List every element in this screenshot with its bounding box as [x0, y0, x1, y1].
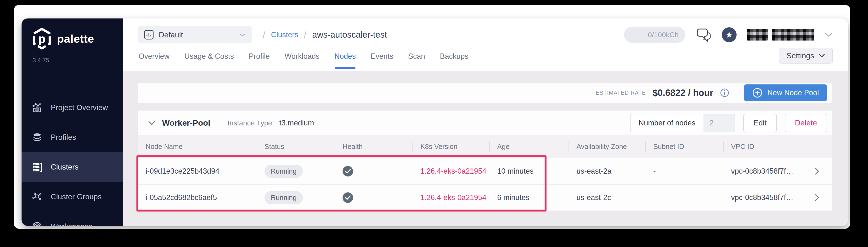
column-header: Age	[489, 141, 568, 152]
top-bar: Default / Clusters / aws-autoscaler-test…	[123, 19, 848, 48]
chevron-down-icon	[239, 33, 246, 37]
breadcrumb-separator: /	[304, 30, 306, 40]
sidebar-item-cluster-groups[interactable]: Cluster Groups	[22, 182, 123, 212]
chat-icon[interactable]	[696, 28, 711, 42]
health-check-icon	[343, 192, 353, 203]
cell-k8s-version: 1.26.4-eks-0a21954	[412, 167, 489, 175]
settings-button-label: Settings	[786, 51, 814, 60]
tab[interactable]: Scan	[408, 48, 425, 65]
tab[interactable]: Overview	[138, 48, 169, 65]
tabs: Overview Usage & Costs Profile Workloads	[138, 48, 468, 71]
column-header: Health	[335, 141, 412, 152]
user-menu-chevron-icon[interactable]	[825, 32, 833, 37]
tab[interactable]: Events	[371, 48, 393, 65]
top-bar-right: 0/100kCh ★	[624, 27, 833, 43]
tab[interactable]: Usage & Costs	[184, 48, 234, 65]
column-header: Node Name	[137, 141, 257, 152]
svg-text:p: p	[38, 32, 45, 46]
sidebar-item-label: Clusters	[51, 163, 79, 171]
app-window: p palette 3.4.75 Project Overview Profil…	[22, 19, 848, 226]
number-of-nodes-control: Number of nodes 2	[630, 114, 735, 132]
tab-label: Workloads	[285, 52, 319, 61]
table-row[interactable]: i-09d1e3ce225b43d94 Running 1.26.4-eks-0…	[137, 158, 832, 184]
cell-k8s-version: 1.26.4-eks-0a21954	[412, 193, 489, 202]
pool-name: Worker-Pool	[162, 118, 210, 128]
layers-icon	[32, 132, 42, 143]
chevron-down-icon	[818, 53, 825, 58]
logo-text: palette	[57, 32, 94, 45]
settings-button[interactable]: Settings	[779, 48, 833, 63]
cell-node-name: i-09d1e3ce225b43d94	[137, 167, 257, 175]
cell-vpc-id: vpc-0c8b3458f7f…	[723, 193, 801, 202]
edit-button[interactable]: Edit	[743, 114, 777, 132]
cell-node-name: i-05a52cd682bc6aef5	[137, 193, 257, 202]
breadcrumb-current: aws-autoscaler-test	[312, 30, 387, 40]
sidebar-item-workspaces[interactable]: Workspaces	[22, 212, 123, 226]
plus-circle-icon	[752, 87, 763, 98]
sidebar-item-label: Cluster Groups	[51, 193, 102, 201]
status-badge: Running	[265, 165, 303, 178]
tab[interactable]: Backups	[440, 48, 468, 65]
cell-status: Running	[257, 191, 335, 204]
info-icon[interactable]	[720, 88, 729, 98]
cell-subnet-id: -	[645, 193, 723, 202]
tab[interactable]: Workloads	[285, 48, 319, 65]
row-expand-chevron-icon[interactable]	[801, 167, 832, 175]
sidebar-item-clusters[interactable]: Clusters	[22, 152, 123, 182]
sidebar-nav: Project Overview Profiles Clusters	[22, 93, 123, 226]
app-version: 3.4.75	[22, 50, 123, 64]
tab-label: Usage & Costs	[184, 52, 234, 61]
number-of-nodes-input[interactable]: 2	[704, 114, 735, 132]
tab-label: Profile	[249, 52, 270, 61]
status-badge: Running	[265, 191, 303, 204]
pool-actions: Number of nodes 2 Edit Delete	[630, 114, 827, 132]
column-header-actions	[801, 141, 832, 152]
worker-pool-header: Worker-Pool Instance Type: t3.medium Num…	[137, 111, 832, 135]
column-header: Status	[257, 141, 335, 152]
sidebar-item-project-overview[interactable]: Project Overview	[22, 93, 123, 122]
delete-button[interactable]: Delete	[785, 114, 827, 132]
health-check-icon	[343, 166, 353, 176]
cell-subnet-id: -	[645, 167, 723, 175]
row-expand-chevron-icon[interactable]	[801, 194, 832, 202]
network-icon	[32, 191, 42, 202]
breadcrumb-clusters-link[interactable]: Clusters	[271, 30, 298, 39]
cell-vpc-id: vpc-0c8b3458f7f…	[723, 167, 801, 175]
star-badge-icon[interactable]: ★	[722, 27, 737, 42]
usage-quota-pill: 0/100kCh	[624, 27, 685, 43]
column-header: K8s Version	[412, 141, 489, 152]
tab[interactable]: Profile	[249, 48, 270, 65]
tabs-bar: Overview Usage & Costs Profile Workloads	[123, 48, 848, 71]
content-area: ESTIMATED RATE $0.6822 / hour	[123, 71, 848, 226]
servers-icon	[32, 162, 42, 173]
tab-label: Overview	[138, 52, 169, 61]
breadcrumb-separator: /	[263, 30, 265, 40]
tab-label: Backups	[440, 52, 468, 61]
cell-age: 10 minutes	[489, 167, 568, 175]
sidebar-item-label: Profiles	[51, 133, 76, 142]
sidebar-item-profiles[interactable]: Profiles	[22, 122, 123, 152]
chart-icon	[32, 102, 42, 113]
cell-availability-zone: us-east-2c	[568, 193, 645, 202]
tab-label: Scan	[408, 52, 425, 61]
table-row[interactable]: i-05a52cd682bc6aef5 Running 1.26.4-eks-0…	[137, 184, 832, 211]
instance-type-value: t3.medium	[279, 119, 314, 127]
main-area: Default / Clusters / aws-autoscaler-test…	[123, 19, 848, 226]
tab-label: Events	[371, 52, 393, 61]
sidebar: p palette 3.4.75 Project Overview Profil…	[22, 19, 123, 226]
orbit-icon	[32, 221, 42, 226]
column-header: Availability Zone	[568, 141, 645, 152]
tab[interactable]: Nodes	[334, 48, 356, 65]
collapse-chevron-icon[interactable]	[148, 120, 156, 126]
breadcrumb: / Clusters / aws-autoscaler-test	[263, 30, 387, 40]
bar-chart-icon	[144, 30, 154, 40]
new-node-pool-button[interactable]: New Node Pool	[744, 84, 827, 101]
number-of-nodes-label: Number of nodes	[630, 114, 704, 132]
column-header: Subnet ID	[645, 141, 723, 152]
worker-pool-card: Worker-Pool Instance Type: t3.medium Num…	[137, 111, 832, 211]
column-header: VPC ID	[723, 141, 801, 152]
estimated-rate-bar: ESTIMATED RATE $0.6822 / hour	[137, 83, 832, 103]
project-selector[interactable]: Default	[138, 26, 252, 44]
cell-status: Running	[257, 165, 335, 178]
palette-logo-icon: p	[32, 27, 52, 50]
